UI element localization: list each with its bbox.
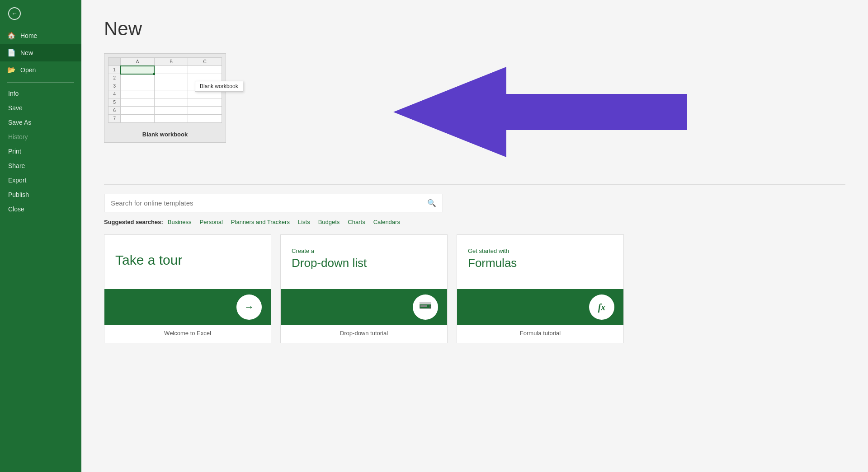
- suggested-label: Suggested searches:: [104, 219, 163, 225]
- suggested-searches: Suggested searches: Business Personal Pl…: [104, 219, 845, 225]
- suggested-calendars[interactable]: Calendars: [373, 219, 400, 225]
- row-3-header: 3: [108, 82, 121, 90]
- suggested-business[interactable]: Business: [168, 219, 192, 225]
- template-card-dropdown[interactable]: Create a Drop-down list Drop-down tutori…: [280, 234, 448, 343]
- cell-b1: [154, 66, 188, 74]
- sidebar-item-save-as[interactable]: Save As: [0, 115, 81, 130]
- sidebar-item-open-label: Open: [20, 66, 36, 74]
- main-content: New A B C 1: [81, 0, 868, 472]
- template-card-tour[interactable]: Take a tour → Welcome to Excel: [104, 234, 271, 343]
- row-4-header: 4: [108, 90, 121, 98]
- cell-a6: [121, 107, 155, 115]
- search-area: 🔍: [104, 194, 845, 212]
- suggested-charts[interactable]: Charts: [348, 219, 365, 225]
- template-card-dropdown-body: Create a Drop-down list: [281, 235, 447, 289]
- search-bar: 🔍: [104, 194, 443, 212]
- sidebar-item-open[interactable]: 📂 Open: [0, 61, 81, 79]
- suggested-lists[interactable]: Lists: [298, 219, 310, 225]
- arrow-area: [235, 53, 845, 171]
- row-2-header: 2: [108, 74, 121, 82]
- sidebar-item-close[interactable]: Close: [0, 202, 81, 216]
- template-card-formulas-body: Get started with Formulas: [457, 235, 623, 289]
- template-card-dropdown-title: Drop-down list: [292, 256, 436, 270]
- cell-a2: [121, 74, 155, 82]
- template-card-formulas-title: Formulas: [468, 256, 613, 270]
- sidebar-item-save[interactable]: Save: [0, 101, 81, 115]
- cell-a3: [121, 82, 155, 90]
- sidebar-item-export[interactable]: Export: [0, 173, 81, 187]
- template-card-formulas-subtitle: Get started with: [468, 248, 613, 254]
- cell-c7: [188, 115, 222, 123]
- search-input[interactable]: [104, 195, 421, 211]
- svg-rect-2: [420, 302, 431, 304]
- template-card-dropdown-subtitle: Create a: [292, 248, 436, 254]
- sidebar-item-history: History: [0, 130, 81, 144]
- cell-b5: [154, 98, 188, 107]
- table-row: 7: [108, 115, 222, 123]
- cell-c1: [188, 66, 222, 74]
- sidebar-item-info[interactable]: Info: [0, 86, 81, 101]
- cell-b7: [154, 115, 188, 123]
- template-card-tour-title: Take a tour: [115, 248, 260, 268]
- table-row: 5: [108, 98, 222, 107]
- cell-b6: [154, 107, 188, 115]
- template-card-formulas-icon: fx: [589, 294, 614, 320]
- table-row: 6: [108, 107, 222, 115]
- template-card-dropdown-icon: [413, 294, 438, 320]
- row-7-header: 7: [108, 115, 121, 123]
- sidebar-item-share[interactable]: Share: [0, 159, 81, 173]
- svg-marker-0: [393, 67, 687, 157]
- cell-a1: [121, 66, 155, 74]
- template-cards: Take a tour → Welcome to Excel Create a …: [104, 234, 845, 343]
- cell-dot: [153, 73, 155, 75]
- cell-a4: [121, 90, 155, 98]
- new-doc-icon: 📄: [7, 49, 16, 57]
- row-5-header: 5: [108, 98, 121, 107]
- cell-c5: [188, 98, 222, 107]
- sidebar: ← 🏠 Home 📄 New 📂 Open Info Save Save As …: [0, 0, 81, 472]
- template-card-dropdown-caption: Drop-down tutorial: [281, 325, 447, 343]
- directional-arrow: [393, 53, 687, 171]
- cell-c6: [188, 107, 222, 115]
- cell-a7: [121, 115, 155, 123]
- template-card-tour-body: Take a tour: [104, 235, 271, 289]
- section-divider: [104, 184, 845, 185]
- template-card-tour-caption: Welcome to Excel: [104, 325, 271, 343]
- template-card-tour-icon: →: [236, 294, 262, 320]
- suggested-personal[interactable]: Personal: [200, 219, 223, 225]
- sidebar-item-home-label: Home: [20, 32, 37, 39]
- templates-top-section: A B C 1: [104, 53, 845, 171]
- col-c-header: C: [188, 58, 222, 66]
- home-icon: 🏠: [7, 32, 16, 40]
- sidebar-item-new[interactable]: 📄 New: [0, 44, 81, 61]
- row-6-header: 6: [108, 107, 121, 115]
- sidebar-divider: [7, 82, 74, 83]
- cell-b4: [154, 90, 188, 98]
- template-card-tour-footer: →: [104, 289, 271, 325]
- dropdown-svg-icon: [420, 302, 431, 312]
- blank-workbook-tooltip: Blank workbook: [195, 81, 243, 92]
- template-card-formulas-caption: Formula tutorial: [457, 325, 623, 343]
- template-card-dropdown-footer: [281, 289, 447, 325]
- blank-workbook-card[interactable]: A B C 1: [104, 53, 226, 143]
- sidebar-item-publish[interactable]: Publish: [0, 187, 81, 202]
- search-button[interactable]: 🔍: [421, 194, 443, 212]
- template-card-formulas[interactable]: Get started with Formulas fx Formula tut…: [457, 234, 624, 343]
- open-folder-icon: 📂: [7, 66, 16, 74]
- cell-b3: [154, 82, 188, 90]
- back-icon: ←: [8, 7, 21, 20]
- template-card-formulas-footer: fx: [457, 289, 623, 325]
- table-corner: [108, 58, 121, 66]
- col-b-header: B: [154, 58, 188, 66]
- sidebar-item-new-label: New: [20, 49, 33, 56]
- sidebar-item-home[interactable]: 🏠 Home: [0, 27, 81, 44]
- cell-a5: [121, 98, 155, 107]
- back-button[interactable]: ←: [0, 0, 81, 27]
- suggested-planners[interactable]: Planners and Trackers: [231, 219, 290, 225]
- svg-rect-3: [420, 305, 427, 307]
- table-row: 1: [108, 66, 222, 74]
- row-1-header: 1: [108, 66, 121, 74]
- page-title: New: [104, 18, 845, 40]
- suggested-budgets[interactable]: Budgets: [318, 219, 340, 225]
- sidebar-item-print[interactable]: Print: [0, 144, 81, 159]
